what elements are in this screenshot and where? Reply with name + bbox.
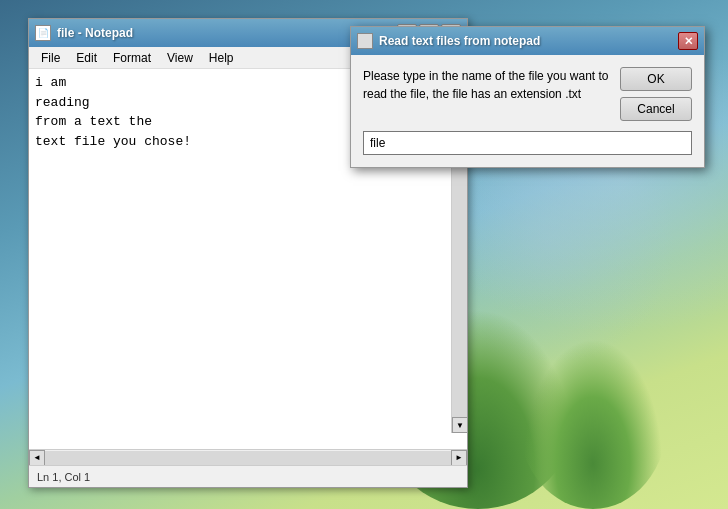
menu-file[interactable]: File — [33, 49, 68, 67]
menu-help[interactable]: Help — [201, 49, 242, 67]
scroll-down-arrow[interactable]: ▼ — [452, 417, 467, 433]
dialog-button-group: OK Cancel — [620, 67, 692, 121]
background-trees-2 — [518, 329, 668, 509]
notepad-app-icon: 📄 — [35, 25, 51, 41]
menu-edit[interactable]: Edit — [68, 49, 105, 67]
dialog-titlebar: Read text files from notepad ✕ — [351, 27, 704, 55]
cursor-position: Ln 1, Col 1 — [37, 471, 90, 483]
dialog-message: Please type in the name of the file you … — [363, 67, 610, 103]
dialog-body: Please type in the name of the file you … — [351, 55, 704, 167]
notepad-statusbar: Ln 1, Col 1 — [29, 465, 467, 487]
scroll-track-horizontal[interactable] — [45, 451, 451, 465]
cancel-button[interactable]: Cancel — [620, 97, 692, 121]
scroll-right-arrow[interactable]: ► — [451, 450, 467, 466]
dialog-input-row — [363, 131, 692, 155]
notepad-title: file - Notepad — [57, 26, 391, 40]
menu-view[interactable]: View — [159, 49, 201, 67]
scroll-left-arrow[interactable]: ◄ — [29, 450, 45, 466]
dialog-app-icon — [357, 33, 373, 49]
dialog-close-button[interactable]: ✕ — [678, 32, 698, 50]
dialog-window: Read text files from notepad ✕ Please ty… — [350, 26, 705, 168]
filename-input[interactable] — [363, 131, 692, 155]
notepad-horizontal-scrollbar[interactable]: ◄ ► — [29, 449, 467, 465]
dialog-title: Read text files from notepad — [379, 34, 672, 48]
menu-format[interactable]: Format — [105, 49, 159, 67]
dialog-top-row: Please type in the name of the file you … — [363, 67, 692, 121]
ok-button[interactable]: OK — [620, 67, 692, 91]
